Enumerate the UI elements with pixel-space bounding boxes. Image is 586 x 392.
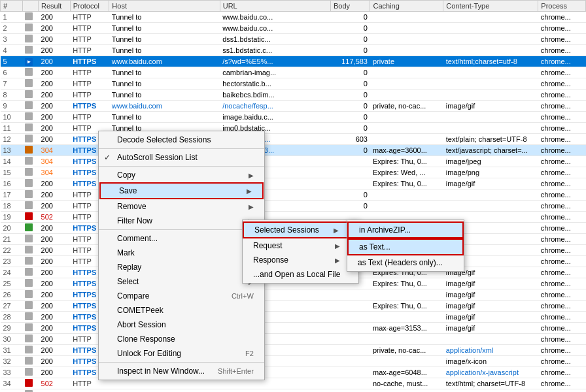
table-row[interactable]: 6 200 HTTP Tunnel to cambrian-imag... 0 … [1,67,586,78]
menu-autoscroll[interactable]: ✓ AutoScroll Session List [99,150,264,165]
cell-body [331,156,370,167]
table-row[interactable]: 17 200 HTTP Tunnel to 0 chrome... [1,189,586,201]
table-row[interactable]: 10 200 HTTP Tunnel to image.baidu.c... 0… [1,112,586,123]
submenu-response[interactable]: Response ▶ [243,253,358,267]
menu-copy[interactable]: Copy ▶ [99,168,264,182]
menu-abort[interactable]: Abort Session [99,318,264,332]
table-row[interactable]: 14 304 HTTPS Expires: Thu, 0... image/jp… [1,156,586,167]
table-row[interactable]: 16 200 HTTPS Expires: Thu, 0... image/gi… [1,178,586,189]
table-row[interactable]: 31 200 HTTPS private, no-cac... applicat… [1,345,586,356]
cell-proto: HTTP [70,23,109,34]
table-row[interactable]: 11 200 HTTP Tunnel to img0.bdstatic... 0… [1,123,586,134]
cell-caching: max-age=6048... [370,367,443,378]
menu-select[interactable]: Select ▶ [99,274,264,289]
table-row[interactable]: 9 200 HTTPS www.baidu.com /nocache/fesp.… [1,101,586,112]
table-row[interactable]: 1 200 HTTP Tunnel to www.baidu.co... 0 c… [1,12,586,23]
cell-num: 7 [1,78,23,90]
cell-proto: HTTPS [70,56,109,67]
menu-compare[interactable]: Compare Ctrl+W [99,289,264,303]
cell-result: 200 [39,223,71,234]
cell-content: application/xml [443,345,538,356]
subsubmenu-as-text-label: as Text... [359,242,390,252]
cell-url: dss1.bdstatic... [220,34,330,45]
cell-num: 6 [1,67,23,78]
table-row[interactable]: 3 200 HTTP Tunnel to dss1.bdstatic... 0 … [1,34,586,45]
menu-replay[interactable]: Replay ▶ [99,260,264,274]
cell-num: 5 [1,56,23,67]
table-row[interactable]: 5 ► 200 HTTPS www.baidu.com /s?wd=%E5%..… [1,56,586,67]
cell-icon [22,189,38,201]
cell-caching: Expires: Thu, 0... [370,156,443,167]
cell-url: image.baidu.c... [220,112,330,123]
cell-caching [370,123,443,134]
table-row[interactable]: 29 200 HTTPS max-age=3153... image/gif c… [1,323,586,334]
cell-content [443,34,538,45]
autoscroll-check-icon: ✓ [104,153,111,162]
cell-caching [370,12,443,23]
submenu-selected-sessions-arrow-icon: ▶ [334,227,339,234]
table-row[interactable]: 4 200 HTTP Tunnel to ss1.bdstatic.c... 0… [1,45,586,56]
cell-num: 27 [1,301,23,312]
submenu-open-local[interactable]: ...and Open as Local File [243,267,358,282]
table-row[interactable]: 27 200 HTTPS Expires: Thu, 0... image/gi… [1,301,586,312]
table-row[interactable]: 18 200 HTTP Tunnel to 0 chrome... [1,201,586,212]
cell-num: 24 [1,267,23,278]
table-row[interactable]: 28 200 HTTPS image/gif chrome... [1,312,586,323]
table-row[interactable]: 8 200 HTTP Tunnel to baikebcs.bdim... 0 … [1,90,586,101]
subsubmenu-as-text-headers-only[interactable]: as Text (Headers only)... [347,255,464,270]
menu-save-arrow-icon: ▶ [247,188,252,195]
cell-caching: no-cache, must... [370,378,443,389]
col-header-caching: Caching [370,1,443,12]
cell-icon [22,389,38,393]
cell-num: 23 [1,256,23,267]
menu-filter-now[interactable]: Filter Now ▶ [99,214,264,228]
cell-icon [22,201,38,212]
table-row[interactable]: 32 200 HTTPS image/x-icon chrome... [1,356,586,367]
cell-proto: HTTP [70,78,109,90]
table-row[interactable]: 2 200 HTTP Tunnel to www.baidu.co... 0 c… [1,23,586,34]
menu-mark[interactable]: Mark ▶ [99,246,264,260]
table-row[interactable]: 30 200 HTTP chrome... [1,334,586,345]
cell-caching [370,23,443,34]
table-row[interactable]: 33 200 HTTPS max-age=6048... application… [1,367,586,378]
menu-unlock-label: Unlock For Editing [117,349,181,358]
table-row[interactable]: 35 200 HTTPS max-age=6048... application… [1,389,586,393]
menu-cometpeek[interactable]: COMETPeek [99,303,264,318]
subsubmenu-as-text[interactable]: as Text... [347,238,464,255]
table-row[interactable]: 13 304 HTTPS hectorstatic.baidu.com /cd3… [1,145,586,156]
cell-host: www.baidu.com [109,101,220,112]
cell-host: Tunnel to [109,90,220,101]
cell-num: 32 [1,356,23,367]
cell-content [443,334,538,345]
cell-url: www.baidu.co... [220,12,330,23]
cell-process: chrome... [538,12,586,23]
cell-num: 8 [1,90,23,101]
menu-decode[interactable]: Decode Selected Sessions [99,133,264,147]
table-row[interactable]: 12 200 HTTPS www.baidu.com /sugrec?prod.… [1,134,586,145]
cell-icon [22,67,38,78]
cell-content [443,90,538,101]
menu-comment[interactable]: Comment... M [99,231,264,246]
cell-result: 200 [39,178,71,189]
table-row[interactable]: 7 200 HTTP Tunnel to hectorstatic.b... 0… [1,78,586,90]
subsubmenu-archive-zip[interactable]: in ArchiveZIP... [347,221,464,238]
table-row[interactable]: 26 200 HTTPS image/gif chrome... [1,289,586,301]
cell-result: 200 [39,201,71,212]
menu-autoscroll-label: AutoScroll Session List [117,153,198,162]
table-row[interactable]: 34 502 HTTP no-cache, must... text/html;… [1,378,586,389]
cell-host: Tunnel to [109,23,220,34]
submenu-selected-sessions[interactable]: Selected Sessions ▶ [243,221,358,238]
menu-unlock[interactable]: Unlock For Editing F2 [99,346,264,361]
menu-inspect[interactable]: Inspect in New Window... Shift+Enter [99,364,264,378]
menu-clone[interactable]: Clone Response [99,332,264,346]
submenu-request[interactable]: Request ▶ [243,238,358,253]
cell-body: 0 [331,67,370,78]
menu-save-label: Save [119,186,137,195]
table-row[interactable]: 15 304 HTTPS Expires: Wed, ... image/png… [1,167,586,178]
col-header-url: URL [220,1,330,12]
cell-process: chrome... [538,301,586,312]
menu-remove[interactable]: Remove ▶ [99,199,264,214]
menu-save[interactable]: Save ▶ [99,182,264,199]
cell-content: image/jpeg [443,156,538,167]
cell-host: Tunnel to [109,78,220,90]
